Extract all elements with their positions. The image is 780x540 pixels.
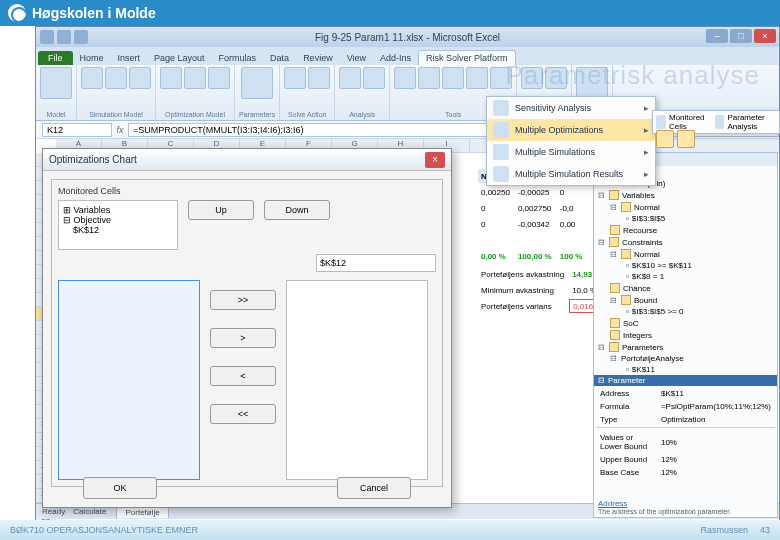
pane-constraint-1[interactable]: ▫ $K$10 >= $K$11 <box>594 260 777 271</box>
tab-view[interactable]: View <box>340 51 373 65</box>
fx-icon[interactable]: fx <box>112 125 128 135</box>
objective-icon[interactable] <box>208 67 230 89</box>
move-all-left-button[interactable]: << <box>210 404 276 424</box>
up-button[interactable]: Up <box>188 200 254 220</box>
tab-home[interactable]: Home <box>73 51 111 65</box>
fit-icon[interactable] <box>418 67 440 89</box>
tab-data[interactable]: Data <box>263 51 296 65</box>
tree-node-objective[interactable]: ⊟ Objective <box>63 215 173 225</box>
cell[interactable]: 0 <box>478 201 513 215</box>
menu-multiple-simulations[interactable]: Multiple Simulations▸ <box>487 141 655 163</box>
cell-label[interactable]: Porteføljens avkastning <box>478 267 567 281</box>
pane-node-variables[interactable]: ⊟Variables <box>594 189 777 201</box>
cell[interactable]: -0,0 <box>557 201 586 215</box>
cells-tree[interactable]: ⊞ Variables ⊟ Objective $K$12 <box>58 200 178 250</box>
cell[interactable]: 0,002750 <box>515 201 555 215</box>
prop-val[interactable]: =PsiOptParam(10%;11%;12%) <box>657 401 775 412</box>
prop-val[interactable]: $K$11 <box>657 388 775 399</box>
menu-multiple-sim-results[interactable]: Multiple Simulation Results▸ <box>487 163 655 185</box>
cancel-button[interactable]: Cancel <box>337 477 411 499</box>
prop-val[interactable]: 12% <box>657 467 775 478</box>
tab-review[interactable]: Review <box>296 51 340 65</box>
model-icon[interactable] <box>40 67 72 99</box>
menu-multiple-optimizations[interactable]: Multiple Optimizations▸ <box>487 119 655 141</box>
dialog-titlebar[interactable]: Optimizations Chart × <box>43 149 451 171</box>
pane-constraint-2[interactable]: ▫ $K$8 = 1 <box>594 271 777 282</box>
pane-node-c-normal[interactable]: ⊟Normal <box>594 248 777 260</box>
submenu-parameter-analysis[interactable]: Parameter Analysis <box>715 113 776 131</box>
tab-risk-solver[interactable]: Risk Solver Platform <box>418 50 516 65</box>
down-button[interactable]: Down <box>264 200 330 220</box>
file-tab[interactable]: File <box>38 51 73 65</box>
pane-param-group[interactable]: ⊟PortoføljeAnalyse <box>594 353 777 364</box>
move-right-button[interactable]: > <box>210 328 276 348</box>
tab-insert[interactable]: Insert <box>111 51 148 65</box>
pane-node-recourse[interactable]: Recourse <box>594 224 777 236</box>
dialog-close-button[interactable]: × <box>425 152 445 168</box>
pane-node-bound[interactable]: ⊟Bound <box>594 294 777 306</box>
decisions-icon[interactable] <box>160 67 182 89</box>
decision-tree-icon[interactable] <box>394 67 416 89</box>
pane-node-integers[interactable]: Integers <box>594 329 777 341</box>
charts-dropdown-menu[interactable]: Sensitivity Analysis▸ Multiple Optimizat… <box>486 96 656 186</box>
pane-node-constraints[interactable]: ⊟Constraints <box>594 236 777 248</box>
cell-label[interactable]: Porteføljens varians <box>478 299 567 313</box>
distributions-icon[interactable] <box>81 67 103 89</box>
prop-val[interactable]: 10% <box>657 432 775 452</box>
cell[interactable]: -0,00025 <box>515 185 555 199</box>
results-icon[interactable] <box>129 67 151 89</box>
qat-undo-icon[interactable] <box>57 30 71 44</box>
help-link[interactable]: Address <box>598 499 627 508</box>
constraints-icon[interactable] <box>184 67 206 89</box>
cell[interactable]: 0 <box>478 217 513 231</box>
cell[interactable]: 0 <box>557 185 586 199</box>
solver-task-pane[interactable]: Optimization ⊟Objective ▫ $K$12 (Min) ⊟V… <box>593 152 778 518</box>
move-left-button[interactable]: < <box>210 366 276 386</box>
prop-val[interactable]: Optimization <box>657 414 775 425</box>
correlations-icon[interactable] <box>105 67 127 89</box>
cell[interactable]: 0,00 <box>557 217 586 231</box>
submenu-action-icons[interactable] <box>656 130 695 148</box>
pane-node-chance[interactable]: Chance <box>594 282 777 294</box>
pane-param-leaf[interactable]: ▫ $K$11 <box>594 364 777 375</box>
cell-ref-input[interactable] <box>316 254 436 272</box>
cell[interactable]: 100,00 % <box>515 249 555 263</box>
tools-icon[interactable] <box>466 67 488 89</box>
help-icon[interactable] <box>576 67 608 99</box>
name-box[interactable]: K12 <box>42 123 112 137</box>
qat-save-icon[interactable] <box>40 30 54 44</box>
cell[interactable]: -0,00342 <box>515 217 555 231</box>
pane-node-parameters[interactable]: ⊟Parameters <box>594 341 777 353</box>
loadsave-icon[interactable] <box>521 67 543 89</box>
premium-icon[interactable] <box>490 67 512 89</box>
tab-page-layout[interactable]: Page Layout <box>147 51 212 65</box>
ok-button[interactable]: OK <box>83 477 157 499</box>
pane-bound-1[interactable]: ▫ $I$3:$I$5 >= 0 <box>594 306 777 317</box>
tree-leaf[interactable]: $K$12 <box>73 225 173 235</box>
qat-redo-icon[interactable] <box>74 30 88 44</box>
pane-node-normal[interactable]: ⊟Normal <box>594 201 777 213</box>
tab-addins[interactable]: Add-Ins <box>373 51 418 65</box>
parameters-icon[interactable] <box>241 67 273 99</box>
reports-icon[interactable] <box>339 67 361 89</box>
dist-icon[interactable] <box>442 67 464 89</box>
source-listbox[interactable] <box>58 280 200 480</box>
maximize-button[interactable]: □ <box>730 29 752 43</box>
property-grid[interactable]: Address$K$11 Formula=PsiOptParam(10%;11%… <box>594 386 777 480</box>
refresh-icon[interactable] <box>677 130 695 148</box>
delete-icon[interactable] <box>656 130 674 148</box>
cell[interactable]: 100 % <box>557 249 586 263</box>
tab-formulas[interactable]: Formulas <box>212 51 264 65</box>
tree-node-variables[interactable]: ⊞ Variables <box>63 205 173 215</box>
quick-access-toolbar[interactable] <box>40 30 88 44</box>
cell[interactable]: 0,00250 <box>478 185 513 199</box>
target-listbox[interactable] <box>286 280 428 480</box>
pane-var-range[interactable]: ▫ $I$3:$I$5 <box>594 213 777 224</box>
minimize-button[interactable]: – <box>706 29 728 43</box>
prop-val[interactable]: 12% <box>657 454 775 465</box>
options-icon[interactable] <box>545 67 567 89</box>
optimize-icon[interactable] <box>308 67 330 89</box>
pane-node-soc[interactable]: SoC <box>594 317 777 329</box>
cell-label[interactable]: Minimum avkastning <box>478 283 567 297</box>
close-button[interactable]: × <box>754 29 776 43</box>
